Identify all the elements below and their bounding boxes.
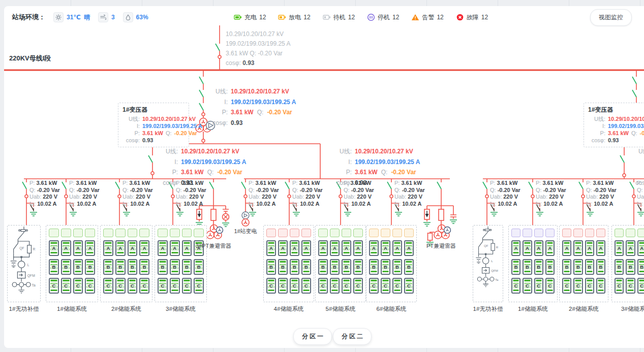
battery-letter: B xyxy=(616,265,622,270)
measure-label: cosφ: xyxy=(122,137,140,144)
measure-value-part: 3.61 kW xyxy=(181,167,204,178)
pt-icon xyxy=(439,209,444,220)
branch-metric-row: Uab:220 V xyxy=(122,194,153,201)
zone-1-button[interactable]: 分区一 xyxy=(293,328,332,345)
branch-metric-row: Q:-0.20 Var xyxy=(292,187,323,194)
pcs-status-cell xyxy=(61,229,71,237)
battery-cell: A xyxy=(128,240,138,256)
capacitor-icon xyxy=(450,209,457,223)
measure-value-part: 199.02/199.03/199.25 A xyxy=(142,122,202,130)
battery-cell: B xyxy=(404,259,414,275)
measure-label: P: xyxy=(205,107,228,118)
measure-value: 220 V xyxy=(305,194,320,200)
battery-cell: C xyxy=(278,278,288,294)
battery-cell: B xyxy=(61,259,71,275)
legend-item-charge[interactable]: 充电12 xyxy=(234,13,266,22)
battery-cell: C xyxy=(49,278,59,294)
incoming-line: cosφ: 0.93 xyxy=(226,58,290,68)
ess-cluster: AAAABBBBCCCC xyxy=(366,225,417,302)
legend-item-fault[interactable]: 故障12 xyxy=(456,13,488,22)
measure-value: 3.61 kW xyxy=(593,180,614,186)
battery-letter: C xyxy=(344,283,350,289)
battery-letter: A xyxy=(172,246,178,251)
measure-value-part: 0.93 xyxy=(608,137,619,144)
legend-count: 12 xyxy=(437,14,443,21)
legend-item-discharge[interactable]: 放电12 xyxy=(278,13,310,22)
branch-metric-row: Uab:220 V xyxy=(586,194,617,201)
wind-item: 3 xyxy=(98,12,115,22)
battery-letter: B xyxy=(129,265,135,270)
measure-value: 220 V xyxy=(82,194,97,200)
battery-cell: C xyxy=(626,278,635,294)
branch-metric-row: Q:-0.20 Var xyxy=(29,187,60,194)
battery-cell: C xyxy=(290,278,299,294)
branch-metric-row: Ia:10.02 A xyxy=(69,201,100,208)
measure-value: 3.61 kW xyxy=(350,180,371,186)
pcs-status-cell xyxy=(596,229,605,237)
measure-label: U线: xyxy=(588,115,605,122)
battery-letter: B xyxy=(406,265,412,270)
measure-value: 10.02 A xyxy=(256,201,275,207)
measure-value-part: 10.29/10.20/10.27 kV xyxy=(181,146,239,157)
battery-cell: C xyxy=(182,278,192,294)
measure-label: P: xyxy=(628,167,644,178)
battery-cell: A xyxy=(158,240,168,256)
battery-letter: A xyxy=(141,246,147,251)
battery-cell: B xyxy=(182,259,192,275)
measure-value: 3.61 kW xyxy=(497,180,517,186)
battery-cell: B xyxy=(278,259,288,275)
disconnector-icon xyxy=(199,103,203,110)
measure-value-part: 199.02/199.03/199.25 A xyxy=(231,97,296,108)
battery-cell: C xyxy=(301,278,311,294)
disconnector-icon xyxy=(620,155,624,163)
measure-label: Ia: xyxy=(490,201,496,207)
battery-cell: B xyxy=(511,259,520,275)
legend-item-stopped[interactable]: 停机12 xyxy=(367,13,399,22)
measure-value: 10.02 A xyxy=(543,201,563,207)
battery-letter: C xyxy=(117,283,124,289)
pcs-status-cell xyxy=(511,229,520,237)
measure-value: 3.61 kW xyxy=(182,180,203,186)
wind-icon xyxy=(98,12,108,22)
battery-letter: A xyxy=(117,246,124,251)
measure-label: Uab: xyxy=(536,194,547,200)
battery-cell: C xyxy=(194,278,204,294)
battery-letter: B xyxy=(355,265,361,270)
legend-count: 12 xyxy=(481,14,488,21)
battery-cell: A xyxy=(73,240,83,256)
measure-value: 220 V xyxy=(43,194,57,200)
battery-cell: C xyxy=(596,278,605,294)
battery-letter: C xyxy=(575,283,581,289)
branch-metric-row: Uab:220 V xyxy=(394,194,425,201)
legend-count: 12 xyxy=(303,14,310,21)
ess-cluster: AAAABBBBCCCC xyxy=(46,225,98,302)
measure-value: 199.02/199.03/199.25 A xyxy=(608,122,644,130)
battery-letter: A xyxy=(536,246,542,251)
battery-cell: C xyxy=(318,278,328,294)
measure-value: 220 V xyxy=(503,194,518,200)
pcs-status-cell xyxy=(381,229,390,237)
view-monitor-button[interactable]: 视图监控 xyxy=(590,9,632,26)
branch-metric-row: Q:-0.20 Var xyxy=(344,187,374,194)
zone-2-button[interactable]: 分区二 xyxy=(333,328,372,345)
battery-letter: C xyxy=(87,283,93,289)
battery-cell: A xyxy=(626,240,635,256)
branch-metric-row: P:3.61 kW xyxy=(586,180,617,187)
comp-label-ta: Ta xyxy=(32,283,36,287)
legend-item-alarm[interactable]: 告警12 xyxy=(411,13,443,22)
branch-metric-row: Ia:10.02 A xyxy=(176,201,206,208)
measure-label: U线: xyxy=(329,146,352,157)
measure-value-part: 0.93 xyxy=(231,118,242,129)
branch-metric-row: Q:-0.20 Var xyxy=(536,187,566,194)
battery-letter: A xyxy=(406,246,412,251)
pcs-status-cell xyxy=(170,229,180,237)
legend-item-standby[interactable]: 待机12 xyxy=(323,13,355,22)
pcs-status-cell xyxy=(73,229,83,237)
battery-cell: A xyxy=(562,240,571,256)
incoming-line: 199.02/199.03/199.25 A xyxy=(226,39,290,49)
battery-cell: B xyxy=(49,259,59,275)
measure-label: P: xyxy=(122,180,128,186)
measure-value-part: 10.29/10.20/10.27 kV xyxy=(142,115,196,122)
battery-cell: C xyxy=(585,278,594,294)
battery-cell: C xyxy=(342,278,351,294)
